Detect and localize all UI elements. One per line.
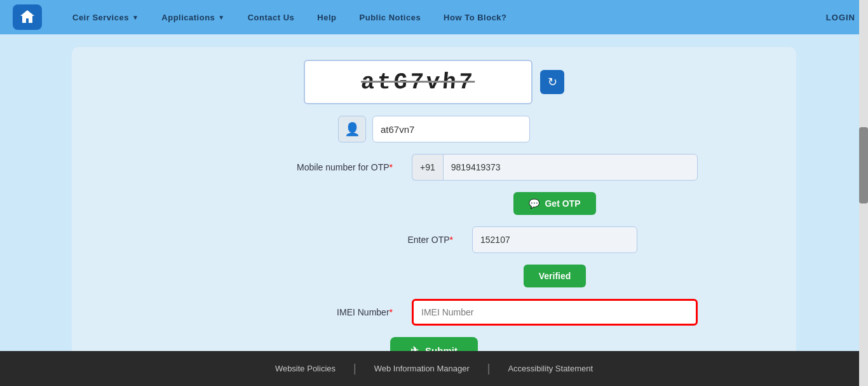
- mobile-number-input[interactable]: [443, 154, 698, 181]
- captcha-image: atG7vh7: [304, 60, 532, 104]
- scrollbar-track[interactable]: [859, 0, 868, 386]
- home-logo[interactable]: [13, 4, 42, 30]
- footer-website-policies[interactable]: Website Policies: [257, 364, 353, 373]
- get-otp-button[interactable]: 💬 Get OTP: [513, 192, 595, 215]
- nav-item-ceir-services[interactable]: Ceir Services ▼: [61, 0, 150, 34]
- login-button[interactable]: Login: [826, 13, 855, 22]
- captcha-display-text: atG7vh7: [360, 69, 477, 95]
- enter-otp-row: Enter OTP*: [110, 226, 758, 253]
- nav-item-help[interactable]: Help: [306, 0, 348, 34]
- get-otp-row: 💬 Get OTP: [110, 192, 758, 215]
- main-content: atG7vh7 ↻ 👤 at67vn7 Mobile number for OT…: [0, 34, 868, 386]
- imei-label: IMEI Number*: [170, 307, 412, 317]
- nav-item-applications[interactable]: Applications ▼: [150, 0, 236, 34]
- mobile-number-row: Mobile number for OTP* +91: [110, 154, 758, 181]
- footer: Website Policies | Web Information Manag…: [0, 351, 868, 386]
- otp-label: Enter OTP*: [231, 235, 472, 245]
- ceir-services-caret-icon: ▼: [132, 14, 139, 21]
- captcha-input[interactable]: at67vn7: [372, 116, 530, 142]
- nav-item-how-to-block[interactable]: How to block?: [432, 0, 518, 34]
- mobile-label: Mobile number for OTP*: [170, 162, 412, 172]
- captcha-row: atG7vh7 ↻: [110, 60, 758, 104]
- mobile-prefix: +91: [412, 154, 443, 181]
- footer-web-info-manager[interactable]: Web Information Manager: [356, 364, 487, 373]
- imei-input[interactable]: [412, 299, 698, 326]
- nav-item-public-notices[interactable]: Public Notices: [348, 0, 433, 34]
- otp-input[interactable]: [472, 226, 637, 253]
- captcha-input-row: 👤 at67vn7: [110, 116, 758, 142]
- mobile-input-group: +91: [412, 154, 698, 181]
- form-area: atG7vh7 ↻ 👤 at67vn7 Mobile number for OT…: [72, 47, 796, 383]
- person-icon: 👤: [338, 116, 366, 142]
- scrollbar-thumb[interactable]: [859, 127, 868, 203]
- nav-items: Ceir Services ▼ Applications ▼ Contact U…: [61, 0, 826, 34]
- navbar: Ceir Services ▼ Applications ▼ Contact U…: [0, 0, 868, 34]
- imei-row: IMEI Number*: [110, 299, 758, 326]
- captcha-refresh-button[interactable]: ↻: [540, 70, 564, 94]
- applications-caret-icon: ▼: [218, 14, 224, 21]
- verified-row: Verified: [110, 265, 758, 287]
- footer-accessibility[interactable]: Accessibility Statement: [490, 364, 611, 373]
- nav-item-contact-us[interactable]: Contact Us: [236, 0, 306, 34]
- verified-button[interactable]: Verified: [524, 265, 587, 287]
- chat-icon: 💬: [529, 198, 539, 209]
